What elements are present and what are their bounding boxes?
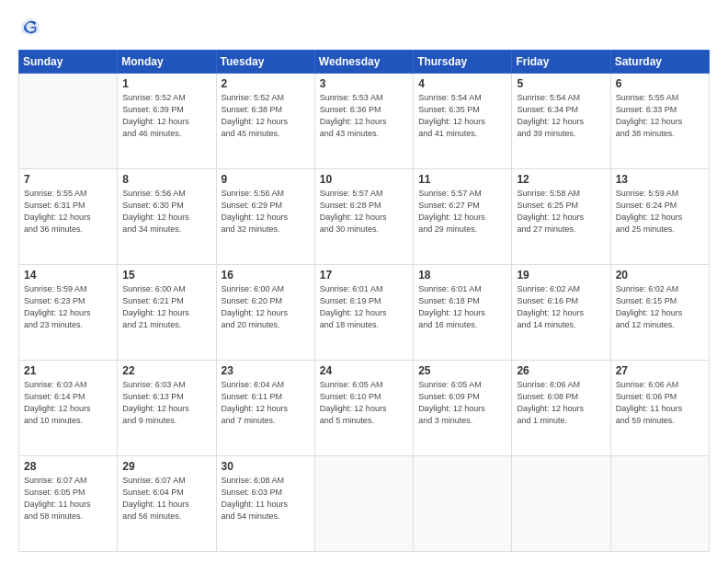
day-info: Sunrise: 5:59 AM Sunset: 6:23 PM Dayligh… [24,283,112,331]
day-info: Sunrise: 5:54 AM Sunset: 6:35 PM Dayligh… [418,92,506,140]
calendar-cell: 22Sunrise: 6:03 AM Sunset: 6:13 PM Dayli… [118,361,216,456]
day-info: Sunrise: 6:07 AM Sunset: 6:04 PM Dayligh… [122,475,210,523]
page: SundayMondayTuesdayWednesdayThursdayFrid… [0,0,728,563]
day-number: 22 [122,364,210,377]
calendar-cell: 27Sunrise: 6:06 AM Sunset: 6:06 PM Dayli… [610,361,709,456]
day-number: 23 [222,364,310,377]
calendar-cell [414,456,512,552]
day-number: 13 [616,173,704,186]
calendar-cell: 29Sunrise: 6:07 AM Sunset: 6:04 PM Dayli… [118,456,216,552]
calendar-cell: 4Sunrise: 5:54 AM Sunset: 6:35 PM Daylig… [414,74,512,169]
day-number: 18 [418,269,506,282]
day-info: Sunrise: 5:53 AM Sunset: 6:36 PM Dayligh… [320,92,408,140]
calendar-header-row: SundayMondayTuesdayWednesdayThursdayFrid… [19,51,710,74]
weekday-header: Monday [118,51,216,74]
day-number: 20 [616,269,704,282]
day-info: Sunrise: 6:05 AM Sunset: 6:09 PM Dayligh… [418,379,506,427]
day-number: 19 [517,269,605,282]
day-info: Sunrise: 6:01 AM Sunset: 6:18 PM Dayligh… [418,283,506,331]
calendar-week-row: 21Sunrise: 6:03 AM Sunset: 6:14 PM Dayli… [19,361,710,456]
calendar-cell: 14Sunrise: 5:59 AM Sunset: 6:23 PM Dayli… [19,265,118,361]
calendar-cell: 17Sunrise: 6:01 AM Sunset: 6:19 PM Dayli… [314,265,413,361]
day-number: 11 [418,173,506,186]
day-info: Sunrise: 5:55 AM Sunset: 6:33 PM Dayligh… [616,92,704,140]
day-info: Sunrise: 5:52 AM Sunset: 6:38 PM Dayligh… [222,92,310,140]
day-info: Sunrise: 6:07 AM Sunset: 6:05 PM Dayligh… [24,475,112,523]
calendar-cell [610,456,709,552]
calendar-cell: 3Sunrise: 5:53 AM Sunset: 6:36 PM Daylig… [314,74,413,169]
day-info: Sunrise: 5:59 AM Sunset: 6:24 PM Dayligh… [616,188,704,236]
day-number: 6 [616,77,704,90]
calendar-cell: 19Sunrise: 6:02 AM Sunset: 6:16 PM Dayli… [512,265,610,361]
calendar-cell [314,456,413,552]
day-info: Sunrise: 5:57 AM Sunset: 6:27 PM Dayligh… [418,188,506,236]
day-number: 21 [24,364,112,377]
day-number: 2 [222,77,310,90]
day-info: Sunrise: 5:57 AM Sunset: 6:28 PM Dayligh… [320,188,408,236]
logo-icon [20,17,40,37]
weekday-header: Friday [512,51,610,74]
day-number: 7 [24,173,112,186]
header [18,17,710,40]
day-number: 30 [222,460,310,473]
calendar-week-row: 7Sunrise: 5:55 AM Sunset: 6:31 PM Daylig… [19,169,710,265]
calendar-week-row: 28Sunrise: 6:07 AM Sunset: 6:05 PM Dayli… [19,456,710,552]
calendar-cell: 13Sunrise: 5:59 AM Sunset: 6:24 PM Dayli… [610,169,709,265]
calendar-cell: 2Sunrise: 5:52 AM Sunset: 6:38 PM Daylig… [216,74,314,169]
calendar-cell: 16Sunrise: 6:00 AM Sunset: 6:20 PM Dayli… [216,265,314,361]
day-number: 26 [517,364,605,377]
day-number: 10 [320,173,408,186]
day-info: Sunrise: 6:02 AM Sunset: 6:16 PM Dayligh… [517,283,605,331]
calendar-cell: 1Sunrise: 5:52 AM Sunset: 6:39 PM Daylig… [118,74,216,169]
weekday-header: Sunday [19,51,118,74]
day-info: Sunrise: 5:56 AM Sunset: 6:30 PM Dayligh… [122,188,210,236]
day-info: Sunrise: 6:00 AM Sunset: 6:20 PM Dayligh… [222,283,310,331]
day-number: 8 [122,173,210,186]
day-number: 4 [418,77,506,90]
day-info: Sunrise: 5:52 AM Sunset: 6:39 PM Dayligh… [122,92,210,140]
calendar-week-row: 1Sunrise: 5:52 AM Sunset: 6:39 PM Daylig… [19,74,710,169]
day-info: Sunrise: 6:06 AM Sunset: 6:06 PM Dayligh… [616,379,704,427]
day-info: Sunrise: 6:03 AM Sunset: 6:13 PM Dayligh… [122,379,210,427]
calendar-cell: 24Sunrise: 6:05 AM Sunset: 6:10 PM Dayli… [314,361,413,456]
day-info: Sunrise: 5:55 AM Sunset: 6:31 PM Dayligh… [24,188,112,236]
day-info: Sunrise: 6:01 AM Sunset: 6:19 PM Dayligh… [320,283,408,331]
day-number: 15 [122,269,210,282]
day-number: 24 [320,364,408,377]
day-number: 12 [517,173,605,186]
logo [18,17,44,40]
day-number: 5 [517,77,605,90]
weekday-header: Thursday [414,51,512,74]
weekday-header: Saturday [610,51,709,74]
day-info: Sunrise: 5:54 AM Sunset: 6:34 PM Dayligh… [517,92,605,140]
calendar-cell: 12Sunrise: 5:58 AM Sunset: 6:25 PM Dayli… [512,169,610,265]
calendar-cell: 5Sunrise: 5:54 AM Sunset: 6:34 PM Daylig… [512,74,610,169]
day-info: Sunrise: 6:03 AM Sunset: 6:14 PM Dayligh… [24,379,112,427]
day-info: Sunrise: 6:06 AM Sunset: 6:08 PM Dayligh… [517,379,605,427]
day-number: 28 [24,460,112,473]
calendar-cell [512,456,610,552]
calendar-table: SundayMondayTuesdayWednesdayThursdayFrid… [18,50,710,552]
calendar-cell: 11Sunrise: 5:57 AM Sunset: 6:27 PM Dayli… [414,169,512,265]
day-info: Sunrise: 6:05 AM Sunset: 6:10 PM Dayligh… [320,379,408,427]
calendar-cell: 21Sunrise: 6:03 AM Sunset: 6:14 PM Dayli… [19,361,118,456]
day-number: 16 [222,269,310,282]
day-info: Sunrise: 6:02 AM Sunset: 6:15 PM Dayligh… [616,283,704,331]
day-info: Sunrise: 5:58 AM Sunset: 6:25 PM Dayligh… [517,188,605,236]
day-info: Sunrise: 6:00 AM Sunset: 6:21 PM Dayligh… [122,283,210,331]
calendar-cell: 6Sunrise: 5:55 AM Sunset: 6:33 PM Daylig… [610,74,709,169]
day-number: 9 [222,173,310,186]
calendar-cell: 7Sunrise: 5:55 AM Sunset: 6:31 PM Daylig… [19,169,118,265]
calendar-cell: 9Sunrise: 5:56 AM Sunset: 6:29 PM Daylig… [216,169,314,265]
calendar-cell: 20Sunrise: 6:02 AM Sunset: 6:15 PM Dayli… [610,265,709,361]
calendar-cell: 15Sunrise: 6:00 AM Sunset: 6:21 PM Dayli… [118,265,216,361]
day-info: Sunrise: 5:56 AM Sunset: 6:29 PM Dayligh… [222,188,310,236]
calendar-cell [19,74,118,169]
day-info: Sunrise: 6:08 AM Sunset: 6:03 PM Dayligh… [222,475,310,523]
day-info: Sunrise: 6:04 AM Sunset: 6:11 PM Dayligh… [222,379,310,427]
calendar-cell: 28Sunrise: 6:07 AM Sunset: 6:05 PM Dayli… [19,456,118,552]
day-number: 27 [616,364,704,377]
day-number: 1 [122,77,210,90]
calendar-cell: 30Sunrise: 6:08 AM Sunset: 6:03 PM Dayli… [216,456,314,552]
day-number: 3 [320,77,408,90]
